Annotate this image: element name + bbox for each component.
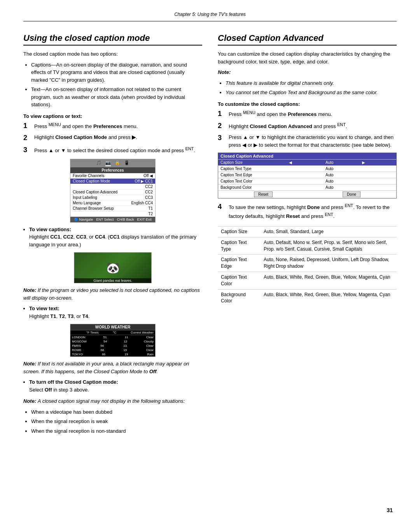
chapter-header-text: Chapter 5: Using the TV's features (174, 12, 246, 17)
cc-row-label: Caption Text Color (218, 178, 287, 184)
cc-row-label: Caption Text Edge (218, 172, 287, 178)
situation-item: When a videotape has been dubbed (31, 408, 202, 416)
turn-off-sub: To turn off the Closed Caption mode: Sel… (29, 378, 202, 393)
table-cell-value: Auto, Black, White, Red, Green, Blue, Ye… (261, 289, 397, 306)
list-item: Captions—An on-screen display of the dia… (31, 61, 202, 84)
table-cell-value: Auto, None, Raised, Depressed, Uniform, … (261, 255, 397, 272)
table-cell-value: Auto, Default, Mono w. Serif, Prop. w. S… (261, 237, 397, 255)
cc-table-row: Caption Text Edge Auto (218, 172, 396, 178)
table-row: Caption TextType Auto, Default, Mono w. … (218, 237, 397, 255)
cc-row-arrow: ◀ (287, 160, 323, 165)
step-item: 2 Highlight Closed Caption Mode and pres… (23, 133, 202, 142)
turn-off-text: Select Off in step 3 above. (29, 387, 89, 393)
note3: Note: A closed caption signal may not di… (23, 397, 202, 405)
reset-button[interactable]: Reset (254, 191, 273, 197)
menu-title-bar: Preferences (70, 167, 155, 173)
step-number: 3 (218, 133, 226, 149)
view-text-heading: To view text: (29, 306, 60, 311)
done-button[interactable]: Done (343, 191, 360, 197)
right-note-item: This feature is available for digital ch… (226, 79, 397, 87)
note2-text: If text is not available in your area, a… (23, 361, 189, 374)
cc-row-label: Background Color (218, 184, 287, 190)
view-text-sub: To view text: Highlight T1, T2, T3, or T… (29, 305, 202, 320)
nav-text: ENT Select (96, 218, 114, 221)
steps-list: 1 Press MENU and open the Preferences me… (23, 121, 202, 155)
step-number: 2 (23, 133, 32, 142)
page-number: 31 (387, 507, 393, 513)
sub-bullet-item: To turn off the Closed Caption mode: Sel… (29, 378, 202, 393)
panda-caption: Giant pandas eat leaves. (74, 278, 151, 283)
menu-icon: 📱 (124, 160, 130, 166)
right-note-item: You cannot set the Caption Text and Back… (226, 89, 397, 97)
options-list: Captions—An on-screen display of the dia… (31, 61, 202, 109)
step-item: 1 Press MENU and open the Preferences me… (218, 109, 397, 118)
situation-item: When the signal reception is weak (31, 418, 202, 425)
note2-label: Note: (23, 361, 38, 367)
right-note-label: Note: (218, 69, 231, 75)
note1: Note: If the program or video you select… (23, 286, 202, 302)
right-steps-list: 1 Press MENU and open the Preferences me… (218, 109, 397, 149)
step-text: Highlight Closed Caption Mode and press … (34, 133, 202, 142)
sub-bullets: To view captions: Highlight CC1, CC2, CC… (29, 226, 202, 249)
right-note: Note: (218, 68, 397, 76)
table-cell-label: Caption TextColor (218, 272, 261, 289)
cc-row-value (287, 166, 323, 172)
table-cell-label: Caption TextEdge (218, 255, 261, 272)
situations-list: When a videotape has been dubbed When th… (31, 408, 202, 435)
note1-label: Note: (23, 287, 38, 293)
step4-text: To save the new settings, highlight Done… (229, 202, 397, 220)
table-row: BackgroundColor Auto, Black, White, Red,… (218, 289, 397, 306)
situation-item: When the signal reception is non-standar… (31, 427, 202, 435)
right-column: Closed Caption Advanced You can customiz… (218, 33, 397, 439)
panda-figure: 🐼 (106, 262, 120, 274)
note2: Note: If text is not available in your a… (23, 360, 202, 375)
table-cell-label: Caption Size (218, 226, 261, 237)
cc-row-value: Auto (323, 160, 360, 165)
table-cell-value: Auto, Small, Standard, Large (261, 226, 397, 237)
table-cell-label: Caption TextType (218, 237, 261, 255)
step-item: 3 Press ▲ or ▼ to select the desired clo… (23, 146, 202, 155)
menu-icon-selected: 📷 (105, 160, 111, 166)
turn-off-heading: To turn off the Closed Caption mode: (29, 379, 118, 385)
weather-row: MOSCOW5412Cloudy (70, 339, 155, 344)
step-text: Press MENU and open the Preferences menu… (34, 121, 202, 130)
menu-screenshot: 🎵 📷 🔒 📱 Preferences Favorite ChannelsOff… (70, 159, 156, 223)
menu-row: CC2 (70, 184, 155, 190)
right-notes-list: This feature is available for digital ch… (226, 79, 397, 97)
menu-icon: 🎵 (96, 160, 102, 166)
page-container: Chapter 5: Using the TV's features Using… (0, 0, 420, 525)
nav-text: EXIT Exit (137, 218, 152, 221)
cc-table-footer: Reset Done (218, 190, 396, 198)
menu-icon: 🔒 (115, 160, 120, 166)
weather-row: LONDON5111Clear (70, 335, 155, 339)
lower-table: Caption Size Auto, Small, Standard, Larg… (218, 226, 397, 306)
cc-table-row-highlighted: Caption Size ◀ Auto ▶ (218, 159, 396, 165)
cc-row-label: Caption Text Type (218, 166, 287, 172)
table-row: Caption Size Auto, Small, Standard, Larg… (218, 226, 397, 237)
right-intro: You can customize the closed caption dis… (218, 50, 397, 65)
list-item: Text—An on-screen display of information… (31, 86, 202, 109)
cc-table-header: Closed Caption Advanced (218, 153, 396, 159)
step-item: 3 Press ▲ or ▼ to highlight the characte… (218, 133, 397, 149)
panda-image: 🐼 Giant pandas eat leaves. (74, 252, 152, 283)
menu-nav-bar: 🔵 Navigate ENT Select CH/B Back EXIT Exi… (70, 217, 155, 222)
menu-row: Channel Browser SetupT1 (70, 206, 155, 211)
cc-advanced-table: Closed Caption Advanced Caption Size ◀ A… (218, 153, 397, 198)
step-number: 3 (23, 146, 32, 155)
view-text-body: Highlight T1, T2, T3, or T4. (29, 313, 89, 319)
cc-row-value: Auto (323, 166, 360, 172)
cc-row-label: Caption Size (218, 160, 287, 165)
table-row: Caption TextColor Auto, Black, White, Re… (218, 272, 397, 289)
nav-text: CH/B Back (117, 218, 134, 221)
sub-bullet-item: To view text: Highlight T1, T2, T3, or T… (29, 305, 202, 320)
table-cell-label: BackgroundColor (218, 289, 261, 306)
cc-table-row: Caption Text Color Auto (218, 178, 396, 184)
step-number: 1 (23, 121, 32, 130)
step-text: Press ▲ or ▼ to highlight the characteri… (229, 133, 397, 149)
left-column: Using the closed caption mode The closed… (23, 33, 202, 439)
step-text: Highlight Closed Caption Advanced and pr… (229, 121, 397, 130)
cc-row-value: Auto (323, 184, 360, 190)
nav-text: 🔵 Navigate (74, 218, 93, 221)
cc-table-row-background-color: Background Color Auto (218, 184, 396, 190)
cc-row-value (360, 166, 396, 172)
